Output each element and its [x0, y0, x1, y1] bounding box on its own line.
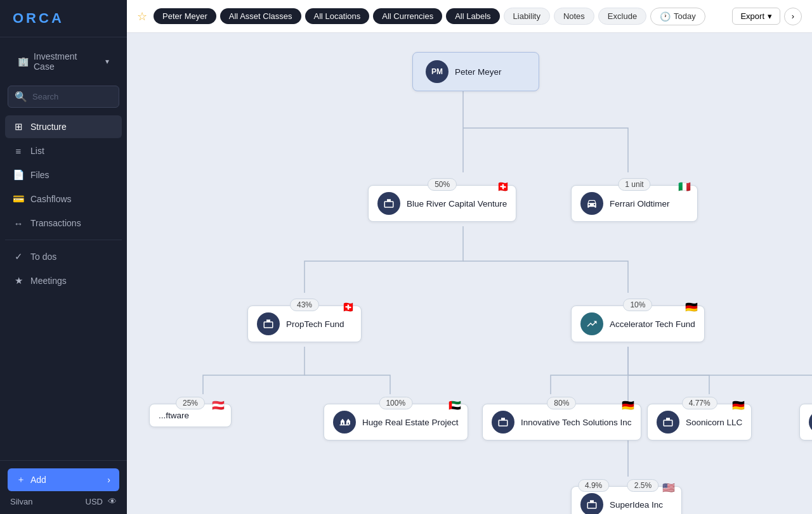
eye-icon[interactable]: 👁 [108, 496, 117, 506]
node-peter-meyer[interactable]: PM Peter Meyer [412, 52, 539, 91]
chevron-down-icon: ▾ [768, 11, 772, 21]
structure-icon: ⊞ [13, 121, 24, 132]
percent-real-estate: 100% [379, 397, 412, 409]
percent-superidea-left: 4.9% [578, 479, 609, 492]
node-label-real-estate: Huge Real Estate Project [362, 418, 459, 427]
sidebar-item-structure[interactable]: ⊞ Structure [5, 115, 122, 138]
node-real-estate[interactable]: 100% 🇦🇪 Huge Real Estate Project [324, 404, 468, 440]
node-label-blue-river: Blue River Capital Venture [407, 199, 507, 209]
liability-filter[interactable]: Liability [504, 8, 550, 25]
node-label-superidea: SuperIdea Inc [610, 500, 663, 510]
currencies-filter[interactable]: All Currencies [373, 8, 442, 24]
search-input[interactable] [32, 92, 112, 101]
add-button-label: Add [30, 475, 46, 485]
node-ferrari[interactable]: 1 unit 🇮🇹 Ferrari Oldtimer [571, 185, 698, 222]
percent-proptech: 43% [290, 299, 319, 311]
flag-soonicorn: 🇩🇪 [732, 399, 745, 411]
user-row: Silvan USD 👁 [8, 491, 119, 506]
main-content: ☆ Peter Meyer All Asset Classes All Loca… [127, 0, 812, 514]
sidebar-item-label: To dos [30, 252, 56, 262]
sidebar-item-files[interactable]: 📄 Files [5, 164, 122, 186]
flag-accelerator: 🇩🇪 [685, 301, 698, 313]
sidebar-item-list[interactable]: ≡ List [5, 139, 122, 162]
avatar-soonicorn [657, 411, 679, 434]
toolbar-right: Export ▾ [732, 8, 780, 25]
history-icon: 🕐 [660, 11, 671, 22]
percent-ferrari: 1 unit [618, 178, 650, 191]
notes-filter[interactable]: Notes [554, 8, 594, 25]
files-icon: 📄 [13, 169, 24, 181]
collapse-button[interactable]: › [784, 8, 802, 25]
today-label: Today [674, 11, 696, 21]
node-blue-river[interactable]: 50% 🇨🇭 Blue River Capital Venture [368, 185, 516, 222]
node-innovative-tech[interactable]: 80% 🇩🇪 Innovative Tech Solutions Inc [482, 404, 641, 440]
percent-accelerator: 10% [623, 299, 652, 311]
transactions-icon: ↔ [13, 217, 24, 229]
sidebar-item-label: Cashflows [30, 194, 72, 204]
avatar-accelerator [580, 312, 603, 335]
sidebar: ORCA 🏢 Investment Case ▾ 🔍 ⊞ Structure ≡… [0, 0, 127, 514]
avatar-real-estate [333, 411, 356, 434]
percent-blue-river: 50% [428, 178, 457, 191]
export-button[interactable]: Export ▾ [732, 8, 780, 25]
user-name: Silvan [10, 497, 32, 506]
add-button[interactable]: ＋ Add › [8, 468, 119, 491]
chevron-right-icon: › [792, 11, 794, 21]
node-label-accelerator: Accelerator Tech Fund [610, 319, 695, 329]
node-software[interactable]: 25% 🇦🇹 ...ftware [149, 404, 232, 427]
sidebar-item-label: Meetings [30, 276, 67, 286]
percent-soonicorn: 4.77% [682, 397, 717, 409]
nav-list: ⊞ Structure ≡ List 📄 Files 💳 Cashflows ↔… [0, 113, 127, 296]
graph-canvas[interactable]: PM Peter Meyer 50% 🇨🇭 Blue River Capital… [127, 33, 812, 514]
plus-icon: ＋ [16, 474, 25, 485]
sidebar-item-label: Files [30, 170, 49, 180]
avatar-blue-river [377, 192, 400, 215]
sidebar-item-label: Transactions [30, 218, 81, 228]
chevron-down-icon: ▾ [105, 57, 109, 66]
investment-case-icon: 🏢 [18, 56, 29, 67]
node-accelerator[interactable]: 10% 🇩🇪 Accelerator Tech Fund [571, 305, 705, 342]
sidebar-item-label: List [30, 146, 44, 156]
locations-filter[interactable]: All Locations [305, 8, 370, 24]
nav-divider [5, 240, 122, 240]
sidebar-item-transactions[interactable]: ↔ Transactions [5, 212, 122, 235]
sidebar-bottom: ＋ Add › Silvan USD 👁 [0, 460, 127, 514]
today-filter[interactable]: 🕐 Today [650, 8, 705, 25]
node-proptech[interactable]: 43% 🇨🇭 PropTech Fund [247, 305, 362, 342]
exclude-filter[interactable]: Exclude [598, 8, 646, 25]
sidebar-item-meetings[interactable]: ★ Meetings [5, 269, 122, 292]
flag-ferrari: 🇮🇹 [678, 181, 691, 193]
avatar-ferrari [580, 192, 603, 215]
node-label-soonicorn: Soonicorn LLC [686, 418, 742, 427]
node-label-ferrari: Ferrari Oldtimer [610, 199, 670, 209]
meetings-icon: ★ [13, 275, 24, 286]
investment-case-label: Investment Case [34, 51, 100, 72]
flag-software: 🇦🇹 [212, 399, 225, 411]
avatar-proptech [257, 312, 280, 335]
person-filter[interactable]: Peter Meyer [154, 8, 216, 24]
investment-case-item[interactable]: 🏢 Investment Case ▾ [10, 45, 117, 78]
labels-filter[interactable]: All Labels [446, 8, 499, 24]
node-superidea[interactable]: 4.9% 2.5% 🇺🇸 SuperIdea Inc [571, 486, 682, 514]
node-soonicorn[interactable]: 4.77% 🇩🇪 Soonicorn LLC [647, 404, 752, 440]
flag-real-estate: 🇦🇪 [449, 399, 461, 411]
avatar-blockchain [809, 411, 812, 434]
flag-blue-river: 🇨🇭 [497, 181, 509, 193]
node-blockchain[interactable]: 15% BlockCh..n Inc [799, 404, 812, 440]
asset-classes-filter[interactable]: All Asset Classes [220, 8, 301, 24]
flag-superidea: 🇺🇸 [662, 482, 675, 494]
percent-superidea-right: 2.5% [627, 479, 658, 492]
cashflows-icon: 💳 [13, 193, 24, 205]
star-icon[interactable]: ☆ [137, 10, 147, 23]
avatar-innovative-tech [492, 411, 514, 434]
avatar-superidea [580, 493, 603, 514]
sidebar-item-todos[interactable]: ✓ To dos [5, 245, 122, 268]
arrow-right-icon: › [107, 475, 110, 485]
connection-lines [127, 33, 812, 514]
search-icon: 🔍 [15, 91, 27, 103]
sidebar-item-cashflows[interactable]: 💳 Cashflows [5, 188, 122, 210]
toolbar: ☆ Peter Meyer All Asset Classes All Loca… [127, 0, 812, 33]
node-label-software: ...ftware [159, 411, 189, 420]
percent-innovative-tech: 80% [547, 397, 576, 409]
search-box[interactable]: 🔍 [8, 86, 119, 108]
